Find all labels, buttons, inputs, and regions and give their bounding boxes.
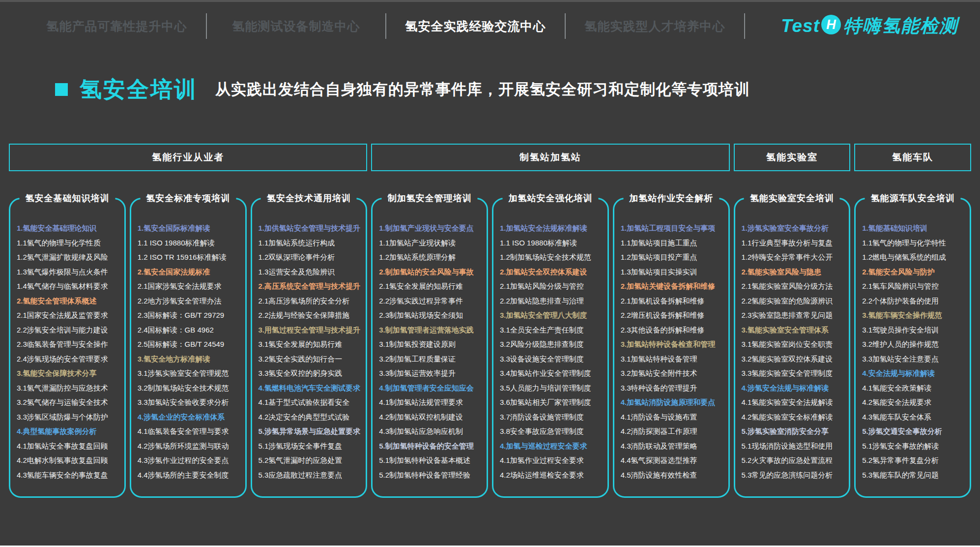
course-item: 2.3实验室隐患排查常见问题: [742, 308, 847, 323]
course-section-heading: 4.加氢与巡检过程安全要求: [500, 439, 605, 454]
course-item: 2.2加氢站隐患排查与治理: [500, 294, 605, 308]
training-card-body: 1.加供氢站安全管理与技术提升1.1加氢站系统运行构成1.2双纵深理论事件分析1…: [252, 199, 366, 482]
course-item: 3.2加氢站安全附件技术: [621, 366, 726, 381]
nav-divider: [206, 13, 207, 39]
course-item: 1.1氢气的物理与化学特性: [862, 236, 968, 250]
course-item: 3.3氢能实验室安全管理制度: [742, 366, 847, 381]
course-section-heading: 4.安全法规与标准解读: [862, 366, 968, 381]
course-item: 4.3氢能车队安全体系: [862, 410, 968, 425]
course-item: 4.3制加氢站应急响应机制: [379, 424, 485, 439]
course-item: 1.3运营安全及危险辨识: [259, 265, 364, 279]
course-section-heading: 1.加氢站安全法规标准解读: [500, 221, 605, 236]
course-section-heading: 3.加氢站安全管理八大制度: [500, 308, 605, 323]
course-section-heading: 4.氢燃料电池汽车安全测试要求: [259, 381, 364, 395]
course-item: 4.3消防联动及管理策略: [621, 439, 726, 454]
course-item: 4.1加氢站安全事故复盘回顾: [17, 439, 122, 454]
course-item: 3.3氢安全双控的躬身实践: [259, 366, 364, 381]
course-section-heading: 3.制加氢管理者运营落地实践: [379, 323, 485, 337]
course-item: 1.1加氢站系统运行构成: [259, 236, 364, 250]
course-section-heading: 1.制加氢产业现状与安全要点: [379, 221, 485, 236]
course-item: 2.2增压机设备拆解和维修: [621, 308, 726, 323]
course-item: 4.4涉氢场所的主要安全制度: [138, 468, 243, 483]
brand-logo[interactable]: Test H 特嗨氢能检测: [762, 14, 958, 38]
course-item: 4.2制加氢站双控机制建设: [379, 410, 485, 425]
course-section-heading: 2.制加氢站的安全风险与事故: [379, 265, 485, 279]
course-item: 2.2地方涉氢安全管理办法: [138, 294, 243, 308]
course-item: 3.7消防设备设施管理制度: [500, 410, 605, 425]
brand-logo-h-icon: H: [821, 15, 841, 34]
course-item: 5.3应急疏散过程注意要点: [259, 468, 364, 483]
course-section-heading: 5.制加氢特种设备的安全管理: [379, 439, 485, 454]
course-item: 4.2涉氢场所环境监测与联动: [138, 439, 243, 454]
course-item: 2.1氢安全发展的知易行难: [379, 279, 485, 294]
course-item: 3.5人员能力与培训管理制度: [500, 381, 605, 395]
course-item: 2.2涉氢安全培训与能力建设: [17, 323, 122, 337]
training-card-title: 氢安全技术通用培训: [261, 192, 357, 204]
course-item: 5.2制加氢特种设备管理经验: [379, 468, 485, 483]
course-item: 1.2加氢站项目投产重点: [621, 250, 726, 265]
category-hydrogen-laboratory: 氢能实验室: [734, 144, 851, 171]
course-item: 5.3氢能车队的常见问题: [862, 468, 968, 483]
nav-tab-talent-center[interactable]: 氢能实践型人才培养中心: [569, 18, 741, 34]
course-item: 2.1加氢站风险分级与管控: [500, 279, 605, 294]
course-item: 3.1全员安全生产责任制度: [500, 323, 605, 337]
course-item: 3.1涉氢实验室安全管理规范: [138, 366, 243, 381]
course-item: 1.2制加氢场站安全技术规范: [500, 250, 605, 265]
nav-tab-safety-exchange-center[interactable]: 氢安全实践经验交流中心: [389, 18, 562, 34]
course-section-heading: 2.加氢站安全双控体系建设: [500, 265, 605, 279]
course-item: 1.3氢气爆炸极限与点火条件: [17, 265, 122, 279]
course-item: 4.3涉氢作业过程的安全要点: [138, 453, 243, 468]
category-industry-practitioners: 氢能行业从业者: [9, 144, 367, 171]
course-item: 1.1加氢站产业现状解读: [379, 236, 485, 250]
course-section-heading: 4.涉氢安全法规与标准解读: [742, 381, 847, 395]
brand-logo-text-en: Test: [781, 16, 820, 36]
course-item: 3.3制加氢运营效率提升: [379, 366, 485, 381]
course-item: 3.2维护人员的操作规范: [862, 337, 968, 352]
course-item: 1.1氢气的物理与化学性质: [17, 236, 122, 250]
course-item: 1.2燃电与储氢系统的组成: [862, 250, 968, 265]
training-card: 氢能源车队安全培训 1.氢能基础知识培训1.1氢气的物理与化学特性1.2燃电与储…: [854, 198, 971, 498]
course-section-heading: 2.氢能安全风险与防护: [862, 265, 968, 279]
top-navigation: 氢能产品可靠性提升中心 氢能测试设备制造中心 氢安全实践经验交流中心 氢能实践型…: [0, 0, 980, 52]
nav-tab-reliability-center[interactable]: 氢能产品可靠性提升中心: [30, 18, 203, 34]
course-item: 4.1基于型式试验依据看安全: [259, 395, 364, 410]
course-item: 5.1现场消防设施选型和使用: [742, 439, 847, 454]
training-card-body: 1.氢能基础知识培训1.1氢气的物理与化学特性1.2燃电与储氢系统的组成2.氢能…: [856, 199, 970, 482]
training-card-title: 氢安全标准专项培训: [140, 192, 236, 204]
training-card: 氢安全标准专项培训 1.氢安全国际标准解读1.1 ISO 19880标准解读1.…: [130, 198, 247, 498]
course-item: 3.3加氢站安全验收要求分析: [138, 395, 243, 410]
course-item: 2.1加氢机设备拆解和维修: [621, 294, 726, 308]
course-item: 2.3制加氢站现场安全须知: [379, 308, 485, 323]
columns-grid: 氢安全基础知识培训 1.氢能安全基础理论知识1.1氢气的物理与化学性质1.2氢气…: [9, 198, 971, 498]
nav-divider: [744, 13, 745, 39]
course-item: 1.4氢气储存与临氢材料要求: [17, 279, 122, 294]
course-item: 1.2氢气泄漏扩散规律及风险: [17, 250, 122, 265]
course-item: 3.8安全事故应急管理制度: [500, 424, 605, 439]
course-item: 5.1涉氢安全事故的解读: [862, 439, 968, 454]
course-section-heading: 4.典型氢能事故案例分析: [17, 424, 122, 439]
course-item: 3.1氢能实验室岗位安全职责: [742, 337, 847, 352]
course-item: 2.3临氢装备管理与安全操作: [17, 337, 122, 352]
nav-tab-equipment-center[interactable]: 氢能测试设备制造中心: [210, 18, 382, 34]
course-item: 3.2氢能实验室双控体系建设: [742, 352, 847, 366]
page-title: 氢安全培训: [80, 75, 198, 104]
course-item: 4.4氢气探测器选型推荐: [621, 453, 726, 468]
course-section-heading: 2.氢能安全管理体系概述: [17, 294, 122, 308]
course-section-heading: 1.加氢站工程项目安全与事项: [621, 221, 726, 236]
training-card: 氢能实验室安全培训 1.涉氢实验室安全事故分析1.1行业典型事故分析与复盘1.2…: [734, 198, 851, 498]
course-item: 2.3其他设备的拆解和维修: [621, 323, 726, 337]
course-item: 2.5国标解读：GB/T 24549: [138, 337, 243, 352]
course-section-heading: 1.氢能安全基础理论知识: [17, 221, 122, 236]
course-item: 5.3常见的应急演练问题分析: [742, 468, 847, 483]
course-item: 4.5消防设施有效性检查: [621, 468, 726, 483]
nav-divider: [565, 13, 566, 39]
course-item: 2.1国家涉氢安全法规要求: [138, 279, 243, 294]
course-section-heading: 4.加氢站消防设施原理和要点: [621, 395, 726, 410]
course-section-heading: 3.用氢过程安全管理与技术提升: [259, 323, 364, 337]
course-item: 3.1加氢站特种设备管理: [621, 352, 726, 366]
course-item: 4.2场站运维巡检安全要求: [500, 468, 605, 483]
course-item: 3.2制加氢工程质量保证: [379, 352, 485, 366]
course-item: 1.1行业典型事故分析与复盘: [742, 236, 847, 250]
course-section-heading: 3.氢安全地方标准解读: [138, 352, 243, 366]
training-card-title: 制加氢安全管理培训: [382, 192, 478, 204]
